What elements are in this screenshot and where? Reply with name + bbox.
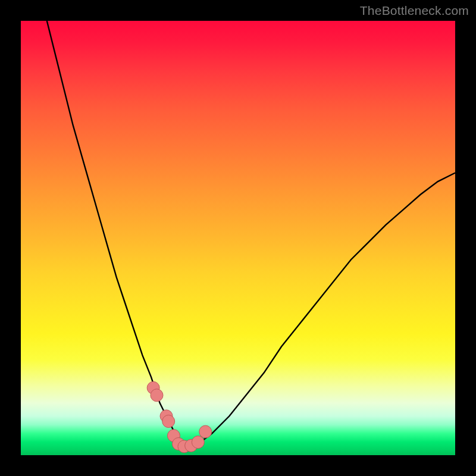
watermark-text: TheBottleneck.com — [360, 4, 469, 18]
plot-area — [21, 21, 455, 455]
marker-point — [162, 415, 175, 428]
marker-point — [199, 425, 212, 438]
chart-frame: TheBottleneck.com — [0, 0, 476, 476]
highlight-markers — [147, 381, 212, 453]
chart-svg — [21, 21, 455, 455]
bottleneck-curve-line — [47, 21, 455, 446]
marker-point — [151, 389, 163, 402]
marker-point — [192, 436, 204, 449]
